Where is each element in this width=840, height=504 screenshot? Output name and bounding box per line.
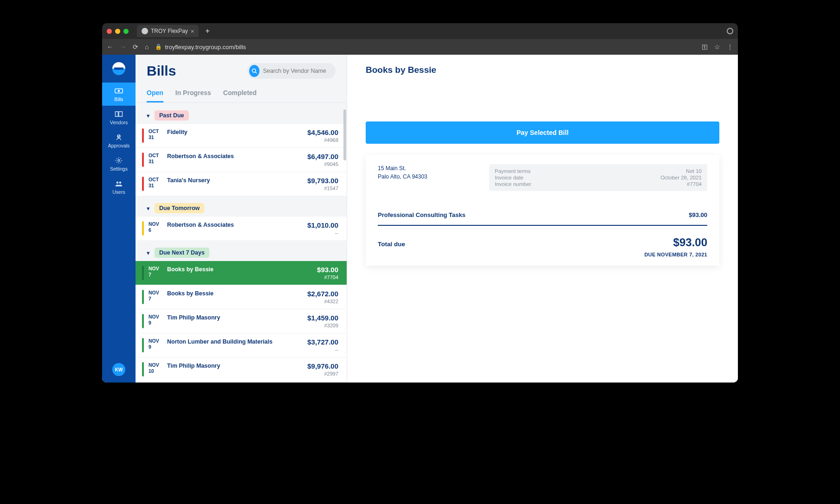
sidebar-label: Approvals xyxy=(102,143,136,148)
svg-point-1 xyxy=(118,90,120,92)
svg-point-8 xyxy=(252,69,256,73)
back-icon[interactable]: ← xyxy=(107,43,113,51)
status-bar xyxy=(142,177,144,191)
scrollbar[interactable] xyxy=(343,109,346,160)
sidebar-item-approvals[interactable]: Approvals xyxy=(102,129,136,152)
search-icon xyxy=(249,65,259,77)
bill-date: NOV6 xyxy=(149,221,162,236)
svg-point-6 xyxy=(116,182,119,184)
status-bar xyxy=(142,362,144,376)
total-due-amount: $93.00 xyxy=(673,236,707,249)
user-avatar[interactable]: KW xyxy=(112,363,125,376)
group-header[interactable]: ▾Past Due xyxy=(136,103,347,123)
lock-icon: 🔒 xyxy=(155,44,162,50)
bill-row[interactable]: OCT31 Robertson & Associates $6,497.00#9… xyxy=(136,147,347,172)
bill-vendor: Robertson & Associates xyxy=(167,153,303,167)
window-close-icon[interactable] xyxy=(107,29,112,34)
window-maximize-icon[interactable] xyxy=(123,29,129,34)
browser-titlebar: TROY FlexPay × + xyxy=(102,23,738,39)
bill-number: #4322 xyxy=(307,299,338,304)
bill-amount: $1,010.00 xyxy=(307,221,338,229)
svg-point-7 xyxy=(119,182,122,184)
sidebar-label: Vendors xyxy=(102,120,136,125)
bill-vendor: Norton Lumber and Building Materials xyxy=(167,338,303,352)
status-bar xyxy=(142,266,144,280)
bills-list[interactable]: ▾Past Due OCT31 Fidelity $4,546.00#4968 … xyxy=(136,103,347,383)
key-icon[interactable]: ⚿ xyxy=(702,44,708,51)
bill-amount: $93.00 xyxy=(317,266,338,274)
invoice-terms-box: Payment termsNet 10 Invoice dateOctober … xyxy=(489,164,707,191)
bill-row[interactable]: NOV9 Tim Philip Masonry $1,459.00#3209 xyxy=(136,309,347,333)
bill-date: NOV9 xyxy=(149,314,162,328)
sidebar-item-bills[interactable]: Bills xyxy=(102,83,136,106)
url-text[interactable]: troyflexpay.troygroup.com/bills xyxy=(165,44,246,51)
line-item-label: Professional Consulting Tasks xyxy=(378,211,465,218)
search-field[interactable] xyxy=(247,63,336,79)
bill-row[interactable]: NOV10 Tim Philip Masonry $9,976.00#2997 xyxy=(136,357,347,381)
browser-menu-icon[interactable]: ⋮ xyxy=(727,43,733,51)
bill-number: -- xyxy=(307,347,338,352)
sidebar-item-users[interactable]: Users xyxy=(102,175,136,198)
group-header[interactable]: ▾Due Next 7 Days xyxy=(136,240,347,261)
svg-rect-3 xyxy=(119,112,123,117)
sidebar-label: Users xyxy=(102,189,136,195)
sidebar-label: Bills xyxy=(102,96,136,102)
vendors-icon xyxy=(115,110,123,118)
bill-number: #3209 xyxy=(307,323,338,328)
app-sidebar: Bills Vendors Approvals Settings Users K… xyxy=(102,55,136,383)
bill-date: NOV7 xyxy=(149,290,162,304)
bill-amount: $4,546.00 xyxy=(307,128,338,136)
status-bar xyxy=(142,221,144,236)
bill-vendor: Tim Philip Masonry xyxy=(167,362,303,376)
bill-vendor: Tim Philip Masonry xyxy=(167,314,303,328)
bill-row[interactable]: NOV7 Books by Bessie $93.00#7704 xyxy=(136,261,347,285)
detail-vendor-name: Books by Bessie xyxy=(366,65,719,75)
browser-profile-icon[interactable] xyxy=(727,28,733,34)
group-badge: Due Tomorrow xyxy=(155,203,204,213)
search-input[interactable] xyxy=(263,68,331,74)
line-item-row: Professional Consulting Tasks $93.00 xyxy=(378,211,707,222)
bill-number: #2997 xyxy=(307,371,338,376)
tab-close-icon[interactable]: × xyxy=(191,28,194,35)
bill-date: OCT31 xyxy=(149,128,162,143)
group-header[interactable]: ▾Due Tomorrow xyxy=(136,196,347,216)
bill-row[interactable]: NOV6 Robertson & Associates $1,010.00-- xyxy=(136,216,347,240)
invoice-number-value: #7704 xyxy=(687,181,702,187)
bill-number: #4968 xyxy=(307,137,338,143)
vendor-address: 15 Main St. Palo Alto, CA 94303 xyxy=(378,164,480,191)
terms-value: Net 10 xyxy=(686,168,702,174)
sidebar-item-vendors[interactable]: Vendors xyxy=(102,106,136,129)
sidebar-item-settings[interactable]: Settings xyxy=(102,152,136,175)
forward-icon[interactable]: → xyxy=(120,43,126,51)
bill-amount: $2,672.00 xyxy=(307,290,338,298)
reload-icon[interactable]: ⟳ xyxy=(133,43,138,51)
tab-title: TROY FlexPay xyxy=(151,28,188,34)
pay-selected-bill-button[interactable]: Pay Selected Bill xyxy=(366,121,719,144)
divider xyxy=(378,225,707,226)
sidebar-label: Settings xyxy=(102,166,136,172)
bill-row[interactable]: OCT31 Tania's Nursery $9,793.00#1547 xyxy=(136,172,347,196)
bill-row[interactable]: NOV9 Norton Lumber and Building Material… xyxy=(136,333,347,357)
bills-list-panel: Bills Open In Progress Completed ▾Past D… xyxy=(136,55,347,383)
bill-row[interactable]: OCT31 Fidelity $4,546.00#4968 xyxy=(136,123,347,147)
bill-date: NOV10 xyxy=(149,362,162,376)
tab-completed[interactable]: Completed xyxy=(223,89,257,102)
favicon-icon xyxy=(142,28,148,34)
new-tab-button[interactable]: + xyxy=(202,27,212,35)
app-logo[interactable] xyxy=(102,55,136,83)
tab-open[interactable]: Open xyxy=(147,89,163,102)
status-bar xyxy=(142,290,144,304)
bill-vendor: Robertson & Associates xyxy=(167,221,303,236)
group-badge: Due Next 7 Days xyxy=(155,248,209,258)
bill-amount: $6,497.00 xyxy=(307,153,338,160)
browser-tab[interactable]: TROY FlexPay × xyxy=(137,25,199,37)
tab-in-progress[interactable]: In Progress xyxy=(175,89,211,102)
home-icon[interactable]: ⌂ xyxy=(145,43,149,51)
group-badge: Past Due xyxy=(155,110,189,121)
bill-row[interactable]: NOV7 Books by Bessie $2,672.00#4322 xyxy=(136,285,347,309)
window-minimize-icon[interactable] xyxy=(115,29,120,34)
status-bar xyxy=(142,128,144,143)
star-icon[interactable]: ☆ xyxy=(714,43,720,51)
invoice-date-value: October 28, 2021 xyxy=(660,175,702,180)
bill-number: #9045 xyxy=(307,161,338,167)
